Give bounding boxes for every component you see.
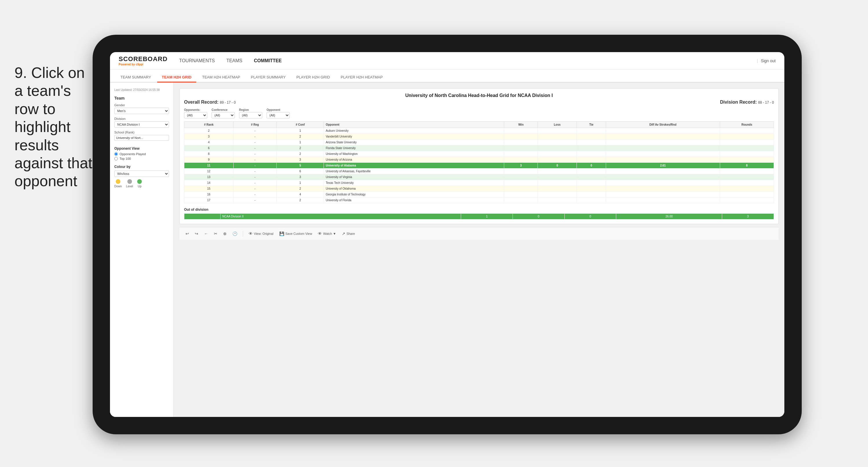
filter-conference-select[interactable]: (All): [212, 112, 235, 118]
data-table: # Rank # Reg # Conf Opponent Win Loss Ti…: [184, 121, 774, 203]
sidebar-school-input[interactable]: [114, 135, 169, 141]
out-div-loss: 0: [513, 214, 564, 220]
toolbar-scissors[interactable]: ✂: [212, 230, 219, 237]
toolbar-copy[interactable]: ⊕: [221, 230, 228, 237]
tab-team-h2h-grid[interactable]: TEAM H2H GRID: [157, 73, 196, 83]
toolbar-undo[interactable]: ↩: [184, 230, 191, 237]
sidebar-team-title: Team: [114, 96, 169, 100]
main-nav: TOURNAMENTS TEAMS COMMITTEE: [179, 57, 282, 65]
sidebar-colour-by-select[interactable]: Win/loss: [114, 171, 169, 177]
col-loss: Loss: [538, 122, 577, 128]
toolbar-clock[interactable]: 🕐: [231, 230, 239, 237]
out-div-win: 1: [461, 214, 513, 220]
sidebar-division-select[interactable]: NCAA Division I NCAA Division II NCAA Di…: [114, 121, 169, 128]
sidebar-gender-select[interactable]: Men's Women's: [114, 108, 169, 114]
sidebar: Last Updated: 27/03/2024 16:55:38 Team G…: [110, 83, 174, 417]
legend-dot-down: [116, 179, 120, 184]
toolbar-save-custom[interactable]: 💾 Save Custom View: [278, 230, 314, 237]
toolbar-back[interactable]: ←: [202, 230, 210, 237]
table-row[interactable]: 8-2University of Washington: [184, 151, 774, 157]
tab-team-h2h-heatmap[interactable]: TEAM H2H HEATMAP: [198, 73, 245, 83]
bottom-toolbar: ↩ ↪ ← ✂ ⊕ 🕐 👁 View: Original 💾 Save Cust…: [180, 227, 779, 240]
table-row[interactable]: 15-2University of Oklahoma: [184, 186, 774, 192]
colour-legend: Down Level Up: [114, 179, 169, 188]
logo-scoreboard: SCOREBOARD: [119, 55, 167, 63]
table-row[interactable]: 12-6University of Arkansas, Fayetteville: [184, 169, 774, 174]
filter-opponent-select[interactable]: (All): [267, 112, 290, 118]
filter-opponent: Opponent (All): [267, 108, 290, 118]
tab-player-summary[interactable]: PLAYER SUMMARY: [246, 73, 290, 83]
col-win: Win: [504, 122, 538, 128]
tablet-screen: SCOREBOARD Powered by clippi TOURNAMENTS…: [110, 52, 784, 417]
tab-player-h2h-heatmap[interactable]: PLAYER H2H HEATMAP: [336, 73, 387, 83]
filter-row: Opponents: (All) Conference (All): [184, 108, 774, 118]
table-row[interactable]: 11-5University of Alabama3002.618: [184, 163, 774, 169]
step-number: 9.: [14, 64, 27, 81]
out-of-div-row[interactable]: NCAA Division II 1 0 0 26.00 3: [184, 214, 774, 220]
table-row[interactable]: 14-1Texas Tech University: [184, 180, 774, 186]
sidebar-updated: Last Updated: 27/03/2024 16:55:38: [114, 88, 169, 91]
tab-player-h2h-grid[interactable]: PLAYER H2H GRID: [292, 73, 335, 83]
col-diff: Diff Av Strokes/Rnd: [606, 122, 720, 128]
out-of-division-table: NCAA Division II 1 0 0 26.00 3: [184, 213, 774, 220]
overall-record: Overall Record: 89 - 17 - 0: [184, 99, 236, 105]
tablet-frame: SCOREBOARD Powered by clippi TOURNAMENTS…: [93, 35, 802, 434]
col-opponent: Opponent: [324, 122, 504, 128]
sidebar-opponent-view-label: Opponent View: [114, 146, 169, 150]
sidebar-school-label: School (Rank): [114, 130, 169, 134]
legend-level: Level: [126, 179, 133, 188]
table-row[interactable]: 17-2University of Florida: [184, 198, 774, 203]
toolbar-watch[interactable]: 👁 Watch ▼: [316, 230, 338, 237]
toolbar-view-original[interactable]: 👁 View: Original: [247, 230, 275, 237]
out-of-division: Out of division NCAA Division II 1 0 0 2…: [184, 208, 774, 220]
nav-committee[interactable]: COMMITTEE: [254, 57, 282, 65]
logo-area: SCOREBOARD Powered by clippi: [119, 55, 167, 66]
table-row[interactable]: 4-1Arizona State University: [184, 140, 774, 145]
toolbar-sep1: [243, 231, 243, 237]
col-tie: Tie: [577, 122, 606, 128]
filter-region: Region (All): [239, 108, 262, 118]
table-row[interactable]: 9-3University of Arizona: [184, 157, 774, 163]
nav-teams[interactable]: TEAMS: [226, 57, 242, 65]
filter-opponents: Opponents: (All): [184, 108, 207, 118]
out-div-name: NCAA Division II: [221, 214, 461, 220]
filter-conference: Conference (All): [212, 108, 235, 118]
legend-up: Up: [137, 179, 142, 188]
sub-nav: TEAM SUMMARY TEAM H2H GRID TEAM H2H HEAT…: [110, 69, 784, 83]
instruction-body: Click on a team's row to highlight resul…: [14, 64, 92, 189]
legend-dot-level: [127, 179, 132, 184]
table-row[interactable]: 3-2Vanderbilt University: [184, 134, 774, 140]
division-record: Division Record: 88 - 17 - 0: [720, 99, 774, 105]
legend-dot-up: [137, 179, 142, 184]
legend-down: Down: [114, 179, 122, 188]
logo-powered: Powered by clippi: [119, 63, 167, 66]
table-row[interactable]: 6-2Florida State University: [184, 145, 774, 151]
table-row[interactable]: 2-1Auburn University: [184, 128, 774, 134]
out-of-division-title: Out of division: [184, 208, 774, 212]
toolbar-redo[interactable]: ↪: [193, 230, 200, 237]
sidebar-division-label: Division: [114, 117, 169, 120]
filter-region-select[interactable]: (All): [239, 112, 262, 118]
out-div-diff: 26.00: [616, 214, 722, 220]
sidebar-gender-label: Gender: [114, 104, 169, 107]
col-rounds: Rounds: [720, 122, 774, 128]
grid-records: Overall Record: 89 - 17 - 0 Division Rec…: [184, 99, 774, 105]
table-row[interactable]: 13-3University of Virginia: [184, 174, 774, 180]
sign-out-button[interactable]: Sign out: [757, 58, 776, 63]
nav-tournaments[interactable]: TOURNAMENTS: [179, 57, 215, 65]
main-content: Last Updated: 27/03/2024 16:55:38 Team G…: [110, 83, 784, 417]
grid-title: University of North Carolina Head-to-Hea…: [184, 93, 774, 98]
tab-team-summary[interactable]: TEAM SUMMARY: [116, 73, 156, 83]
radio-top-100-input[interactable]: [114, 157, 118, 160]
content-area: University of North Carolina Head-to-Hea…: [174, 83, 784, 417]
grid-container: University of North Carolina Head-to-Hea…: [180, 88, 779, 224]
out-div-tie: 0: [564, 214, 616, 220]
radio-opponents-played[interactable]: Opponents Played: [114, 152, 169, 156]
out-div-label: [184, 214, 221, 220]
toolbar-share[interactable]: ↗ Share: [340, 230, 356, 237]
radio-top-100[interactable]: Top 100: [114, 157, 169, 160]
filter-opponents-select[interactable]: (All): [184, 112, 207, 118]
radio-opponents-played-input[interactable]: [114, 152, 118, 156]
table-row[interactable]: 16-4Georgia Institute of Technology: [184, 192, 774, 198]
out-div-rounds: 3: [722, 214, 774, 220]
